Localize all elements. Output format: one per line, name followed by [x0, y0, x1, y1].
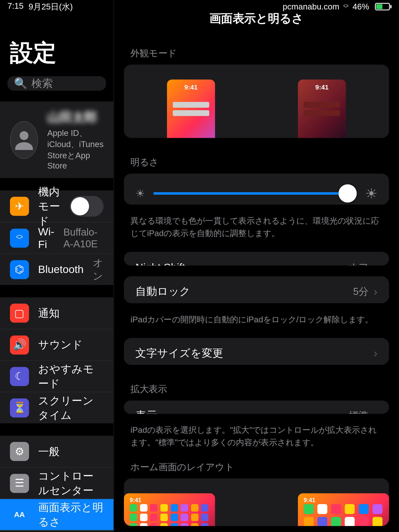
sidebar-item-Bluetooth[interactable]: ⌬Bluetoothオン — [0, 254, 113, 285]
chevron-icon: › — [374, 261, 377, 265]
moon-icon: ☾ — [10, 367, 29, 386]
wifi-icon: ⌔ — [343, 2, 348, 11]
search-placeholder: 検索 — [31, 76, 53, 91]
hourglass-icon: ⏳ — [10, 398, 29, 417]
sidebar-item-label: おやすみモード — [38, 362, 104, 391]
zoom-header: 拡大表示 — [114, 383, 399, 401]
sidebar-item-label: 一般 — [38, 444, 104, 459]
brightness-slider[interactable] — [153, 192, 357, 195]
sidebar-item-label: Wi-Fi — [38, 225, 54, 251]
zoom-footer: iPadの表示を選択します。"拡大"ではコントロールが拡大表示されます。"標準"… — [114, 420, 399, 461]
sidebar: 設定 🔍 検索 山田太郎 Apple ID、iCloud、iTunes Stor… — [0, 0, 114, 532]
home-bigger[interactable]: 9:41 大きく — [298, 493, 389, 526]
sidebar-item-label: 通知 — [38, 306, 104, 320]
sidebar-item-label: コントロールセンター — [38, 469, 104, 498]
sound-icon: 🔊 — [10, 335, 29, 354]
lockunlock-footer: iPadカバーの開閉時に自動的にiPadをロック/ロック解除します。 — [114, 309, 399, 338]
sidebar-item-スクリーンタイム[interactable]: ⏳スクリーンタイム — [0, 392, 113, 423]
sidebar-item-コントロールセンター[interactable]: ☰コントロールセンター — [0, 467, 113, 499]
dark-thumb: 9:41 — [298, 80, 346, 138]
sidebar-item-label: スクリーンタイム — [38, 393, 104, 422]
control-icon: ☰ — [10, 474, 29, 493]
sidebar-item-label: Bluetooth — [38, 263, 84, 276]
zoom-row[interactable]: 表示 標準 › — [124, 400, 389, 414]
sidebar-item-機内モード[interactable]: ✈︎機内モード — [0, 190, 113, 222]
home-more[interactable]: 9:41 多く — [124, 493, 215, 526]
status-time: 7:15 — [7, 1, 24, 12]
sidebar-item-通知[interactable]: ▢通知 — [0, 297, 113, 329]
sidebar-item-サウンド[interactable]: 🔊サウンド — [0, 329, 113, 360]
sun-small-icon: ☀︎ — [135, 187, 145, 200]
sidebar-item-アクセシビリティ[interactable]: ☉アクセシビリティ — [0, 530, 113, 532]
home-more-thumb: 9:41 — [124, 493, 215, 526]
avatar — [10, 121, 38, 159]
sidebar-item-label: サウンド — [38, 338, 104, 352]
chevron-icon: › — [374, 409, 377, 414]
account-name: 山田太郎 — [47, 109, 103, 126]
sidebar-item-一般[interactable]: ⚙︎一般 — [0, 436, 113, 467]
svg-point-0 — [20, 131, 28, 140]
sidebar-item-おやすみモード[interactable]: ☾おやすみモード — [0, 360, 113, 392]
home-header: ホーム画面のレイアウト — [114, 461, 399, 479]
brightness-slider-row: ☀︎ ☀︎ — [124, 174, 389, 205]
account-sub: Apple ID、iCloud、iTunes StoreとApp Store — [47, 128, 103, 171]
airplane-icon: ✈︎ — [10, 197, 29, 216]
status-date: 9月25日(水) — [29, 1, 73, 12]
sidebar-item-画面表示と明るさ[interactable]: AA画面表示と明るさ — [0, 499, 113, 530]
nightshift-row[interactable]: Night Shift オフ › — [124, 252, 389, 265]
status-bar: 7:15 9月25日(水) pcmanabu.com ⌔ 46% — [0, 0, 399, 13]
wifi-icon: ⌔ — [10, 228, 29, 247]
main-panel: 画面表示と明るさ 外観モード 9:41 ライト 9:41 ダー — [114, 0, 399, 532]
chevron-icon: › — [374, 285, 377, 298]
sidebar-item-label: 画面表示と明るさ — [38, 500, 104, 529]
light-thumb: 9:41 — [167, 80, 215, 138]
home-bigger-thumb: 9:41 — [298, 493, 389, 526]
gear-icon: ⚙︎ — [10, 442, 29, 461]
sun-large-icon: ☀︎ — [365, 185, 378, 202]
battery-pct: 46% — [353, 2, 369, 11]
status-site: pcmanabu.com — [283, 2, 339, 11]
autolock-row[interactable]: 自動ロック 5分 › — [124, 276, 389, 303]
battery-icon — [373, 3, 392, 10]
search-input[interactable]: 🔍 検索 — [7, 76, 106, 91]
display-icon: AA — [10, 505, 29, 524]
truetone-footer: 異なる環境でも色が一貫して表示されるように、環境光の状況に応じてiPadの表示を… — [114, 210, 399, 252]
appearance-dark[interactable]: 9:41 ダーク ✓ — [298, 80, 346, 138]
bluetooth-icon: ⌬ — [10, 260, 29, 279]
appearance-light[interactable]: 9:41 ライト — [167, 80, 215, 138]
textsize-row[interactable]: 文字サイズを変更 › — [124, 338, 389, 365]
notify-icon: ▢ — [10, 304, 29, 323]
chevron-icon: › — [374, 347, 377, 360]
brightness-header: 明るさ — [114, 156, 399, 174]
settings-title: 設定 — [0, 25, 113, 76]
account-row[interactable]: 山田太郎 Apple ID、iCloud、iTunes StoreとApp St… — [0, 101, 113, 178]
sidebar-item-label: 機内モード — [38, 184, 61, 228]
appearance-header: 外観モード — [114, 47, 399, 65]
sidebar-toggle[interactable] — [70, 196, 103, 217]
search-icon: 🔍 — [14, 77, 27, 90]
